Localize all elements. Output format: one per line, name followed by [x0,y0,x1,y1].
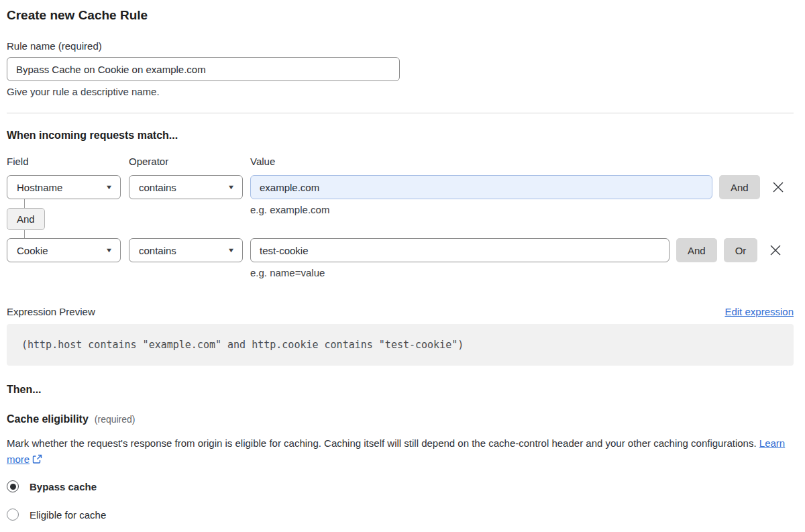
required-note: (required) [95,414,136,425]
value-hint-1: e.g. example.com [250,204,329,216]
radio-option-eligible-for-cache[interactable]: Eligible for cache [7,509,794,521]
expression-preview-label: Expression Preview [7,306,95,318]
rule-name-helper: Give your rule a descriptive name. [7,86,794,98]
field-select-2[interactable]: Cookie ▼ [7,238,121,262]
connector-line [24,199,25,208]
operator-select-1[interactable]: contains ▼ [129,175,243,199]
field-select-1[interactable]: Hostname ▼ [7,175,121,199]
radio-option-bypass-cache[interactable]: Bypass cache [7,480,794,492]
field-select-1-value: Hostname [17,182,62,193]
close-icon [771,180,785,194]
condition-row: Cookie ▼ contains ▼ And Or [7,238,794,262]
value-hint-2: e.g. name=value [250,267,794,279]
and-button-row1[interactable]: And [719,175,760,199]
create-cache-rule-page: Create new Cache Rule Rule name (require… [0,0,805,521]
connector-and-button[interactable]: And [7,208,45,230]
radio-unselected-icon [7,509,19,521]
chevron-down-icon: ▼ [105,184,113,191]
cache-eligibility-heading: Cache eligibility [7,413,89,425]
expression-code-block: (http.host contains "example.com" and ht… [7,324,794,366]
section-divider [7,113,794,113]
and-button-row2[interactable]: And [676,238,717,262]
value-input-2[interactable] [250,238,669,262]
radio-selected-icon [7,480,19,492]
expression-preview-header: Expression Preview Edit expression [7,306,794,318]
description-text: Mark whether the request's response from… [7,437,757,449]
condition-row: Hostname ▼ contains ▼ And [7,175,794,199]
condition-connector-area: And e.g. example.com [7,199,794,238]
or-button-row2[interactable]: Or [724,238,758,262]
field-column-label: Field [7,156,129,168]
operator-select-2[interactable]: contains ▼ [129,238,243,262]
match-heading: When incoming requests match... [7,129,794,142]
operator-select-1-value: contains [139,182,176,193]
radio-label: Eligible for cache [30,509,106,521]
operator-column-label: Operator [129,156,250,168]
close-icon [769,244,782,257]
cache-eligibility-description: Mark whether the request's response from… [7,435,788,468]
rule-name-input[interactable] [7,57,400,81]
rule-name-label: Rule name (required) [7,40,794,52]
remove-condition-button-2[interactable] [767,242,784,258]
condition-column-labels: Field Operator Value [7,156,794,168]
remove-condition-button-1[interactable] [770,179,786,195]
value-column-label: Value [250,156,275,168]
value-input-1[interactable] [250,175,712,199]
chevron-down-icon: ▼ [105,247,113,254]
external-link-icon [32,454,42,464]
cache-eligibility-header: Cache eligibility (required) [7,413,794,425]
chevron-down-icon: ▼ [227,247,235,254]
page-title: Create new Cache Rule [7,8,794,23]
edit-expression-link[interactable]: Edit expression [724,306,794,317]
radio-label: Bypass cache [30,481,97,492]
connector-line [24,230,25,238]
then-heading: Then... [7,383,794,396]
operator-select-2-value: contains [139,245,176,256]
chevron-down-icon: ▼ [227,184,235,191]
field-select-2-value: Cookie [17,245,48,256]
